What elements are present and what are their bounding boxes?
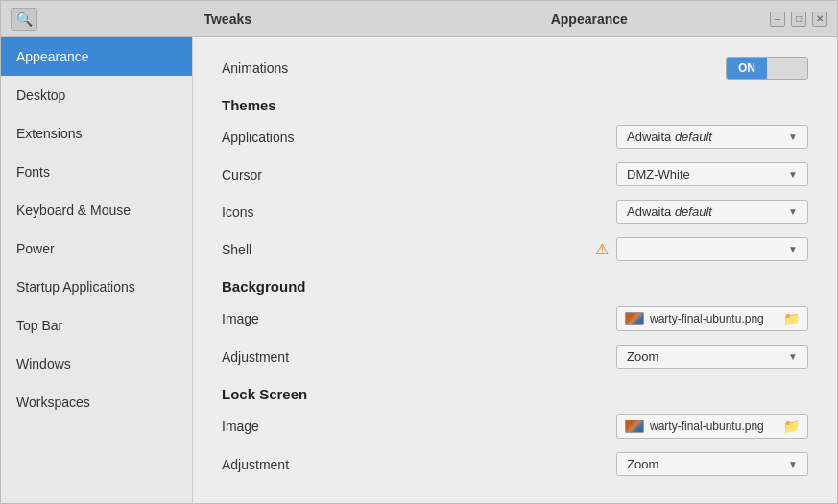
sidebar-item-workspaces[interactable]: Workspaces xyxy=(1,383,192,421)
animations-label: Animations xyxy=(222,60,726,76)
window-controls: – □ ✕ xyxy=(770,12,827,27)
sidebar-item-fonts[interactable]: Fonts xyxy=(1,153,192,191)
lockscreen-adjustment-row: Adjustment Zoom ▼ xyxy=(222,452,808,476)
sidebar-item-keyboard-mouse[interactable]: Keyboard & Mouse xyxy=(1,191,192,229)
applications-row: Applications Adwaita default ▼ xyxy=(222,125,808,149)
chevron-down-icon: ▼ xyxy=(788,132,798,142)
maximize-icon: □ xyxy=(796,13,802,24)
applications-dropdown[interactable]: Adwaita default ▼ xyxy=(616,125,808,149)
background-adjustment-row: Adjustment Zoom ▼ xyxy=(222,345,808,369)
chevron-down-icon: ▼ xyxy=(788,351,798,362)
lockscreen-image-row: Image warty-final-ubuntu.png 📁 xyxy=(222,414,808,439)
chevron-down-icon: ▼ xyxy=(788,169,798,180)
sidebar-item-power[interactable]: Power xyxy=(1,229,192,268)
themes-section-header: Themes xyxy=(222,97,808,113)
background-image-label: Image xyxy=(222,311,616,326)
sidebar-item-extensions[interactable]: Extensions xyxy=(1,114,192,153)
sidebar-item-windows[interactable]: Windows xyxy=(1,345,192,383)
applications-label: Applications xyxy=(222,130,616,145)
chevron-down-icon: ▼ xyxy=(788,459,798,469)
search-icon: 🔍 xyxy=(16,12,33,27)
app-title: Tweaks xyxy=(47,12,409,27)
lockscreen-image-dropdown[interactable]: warty-final-ubuntu.png 📁 xyxy=(616,414,808,439)
cursor-row: Cursor DMZ-White ▼ xyxy=(222,162,808,186)
shell-dropdown[interactable]: ▼ xyxy=(616,237,808,261)
folder-icon[interactable]: 📁 xyxy=(783,311,800,326)
page-title: Appearance xyxy=(409,12,771,27)
minimize-icon: – xyxy=(775,13,780,24)
icons-row: Icons Adwaita default ▼ xyxy=(222,200,808,224)
toggle-on-button[interactable]: ON xyxy=(727,58,767,79)
lockscreen-thumbnail xyxy=(625,420,644,433)
minimize-button[interactable]: – xyxy=(770,12,785,27)
titlebar: 🔍 Tweaks Appearance – □ ✕ xyxy=(1,1,837,37)
background-image-row: Image warty-final-ubuntu.png 📁 xyxy=(222,306,808,331)
close-icon: ✕ xyxy=(816,13,824,24)
icons-dropdown[interactable]: Adwaita default ▼ xyxy=(616,200,808,224)
icons-label: Icons xyxy=(222,204,616,220)
folder-icon[interactable]: 📁 xyxy=(783,419,800,434)
chevron-down-icon: ▼ xyxy=(788,244,798,254)
close-button[interactable]: ✕ xyxy=(812,12,827,27)
lockscreen-image-label: Image xyxy=(222,419,616,434)
background-section-header: Background xyxy=(222,278,808,295)
background-thumbnail xyxy=(625,312,644,325)
chevron-down-icon: ▼ xyxy=(788,206,798,217)
background-image-dropdown[interactable]: warty-final-ubuntu.png 📁 xyxy=(616,306,808,331)
sidebar-item-appearance[interactable]: Appearance xyxy=(1,37,192,76)
main-window: 🔍 Tweaks Appearance – □ ✕ Appearance Des… xyxy=(0,0,838,504)
sidebar: Appearance Desktop Extensions Fonts Keyb… xyxy=(1,37,193,503)
lockscreen-image-name: warty-final-ubuntu.png xyxy=(650,420,778,433)
background-image-name: warty-final-ubuntu.png xyxy=(650,312,778,325)
search-button[interactable]: 🔍 xyxy=(11,8,37,31)
animations-toggle[interactable]: ON xyxy=(726,57,808,80)
shell-label: Shell xyxy=(222,242,595,257)
main-content: Animations ON Themes Applications Adwait… xyxy=(193,37,837,503)
sidebar-item-desktop[interactable]: Desktop xyxy=(1,76,192,114)
cursor-label: Cursor xyxy=(222,167,616,182)
lockscreen-adjustment-label: Adjustment xyxy=(222,457,616,472)
cursor-dropdown[interactable]: DMZ-White ▼ xyxy=(616,162,808,186)
background-adjustment-label: Adjustment xyxy=(222,349,616,365)
sidebar-item-top-bar[interactable]: Top Bar xyxy=(1,306,192,345)
content-area: Appearance Desktop Extensions Fonts Keyb… xyxy=(1,37,837,503)
sidebar-item-startup-applications[interactable]: Startup Applications xyxy=(1,268,192,306)
lockscreen-adjustment-dropdown[interactable]: Zoom ▼ xyxy=(616,452,808,476)
shell-row: Shell ⚠ ▼ xyxy=(222,237,808,261)
background-adjustment-dropdown[interactable]: Zoom ▼ xyxy=(616,345,808,369)
lock-screen-section-header: Lock Screen xyxy=(222,386,808,402)
animations-row: Animations ON xyxy=(222,57,808,80)
warning-icon: ⚠ xyxy=(595,240,609,258)
maximize-button[interactable]: □ xyxy=(791,12,806,27)
toggle-off-button[interactable] xyxy=(767,58,807,79)
